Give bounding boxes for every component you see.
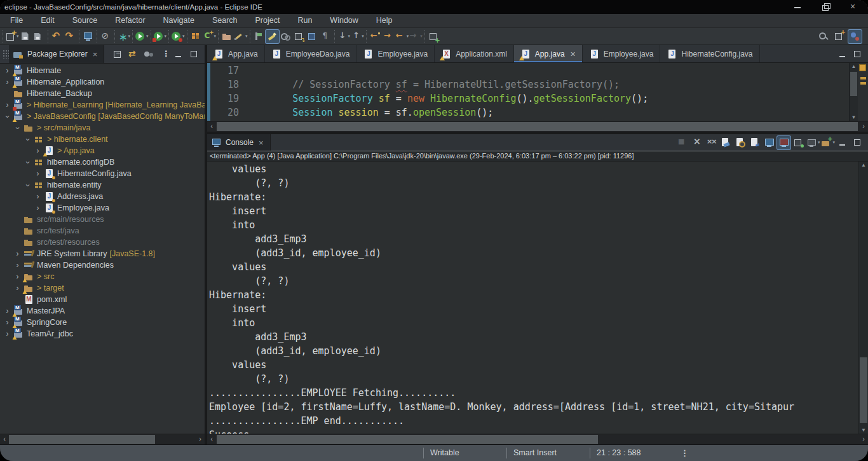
editor-tab-application-xml[interactable]: Application.xml bbox=[435, 45, 514, 62]
run-button[interactable]: ▾ bbox=[135, 30, 149, 43]
tree-item-hibernate-learning-hibernate-learning-javabased[interactable]: ›> Hibernate_Learning [Hibernate_Learnin… bbox=[0, 99, 205, 111]
package-explorer-tab[interactable]: Package Explorer × bbox=[9, 45, 104, 63]
dropdown-arrow-icon[interactable]: ▾ bbox=[146, 34, 149, 39]
menu-refactor[interactable]: Refactor bbox=[106, 14, 154, 27]
tree-item-src-test-resources[interactable]: src/test/resources bbox=[0, 237, 205, 248]
chevron-expanded-icon[interactable]: › bbox=[14, 125, 21, 132]
editor-hscrollbar[interactable]: ‹ › bbox=[207, 121, 868, 132]
chevron-collapsed-icon[interactable]: › bbox=[34, 170, 41, 177]
profile-button[interactable]: ▾ bbox=[171, 30, 185, 43]
chevron-collapsed-icon[interactable]: › bbox=[14, 273, 21, 280]
tree-item-src[interactable]: ›> src bbox=[0, 271, 205, 282]
scroll-left-icon[interactable]: ‹ bbox=[207, 121, 216, 132]
previous-annotation-button[interactable]: ▾ bbox=[350, 30, 364, 43]
tree-item-hibernateconfig-java[interactable]: ›HibernateConfig.java bbox=[0, 168, 205, 179]
scrollbar-thumb[interactable] bbox=[9, 435, 155, 444]
console-tab[interactable]: Console × bbox=[207, 134, 271, 151]
open-resource-button[interactable] bbox=[306, 30, 319, 43]
minimize-button[interactable] bbox=[836, 47, 850, 60]
remove-all-launches-button[interactable] bbox=[704, 136, 717, 149]
chevron-collapsed-icon[interactable]: › bbox=[4, 319, 11, 326]
chevron-collapsed-icon[interactable]: › bbox=[4, 308, 11, 315]
next-annotation-button[interactable]: ▾ bbox=[337, 30, 351, 43]
close-tab-icon[interactable]: × bbox=[571, 49, 576, 59]
overview-warning-icon[interactable] bbox=[859, 64, 866, 71]
editor-tab-employee-java[interactable]: Employee.java bbox=[583, 45, 661, 62]
search-button[interactable] bbox=[817, 30, 830, 43]
close-view-icon[interactable]: × bbox=[93, 50, 98, 59]
view-menu-button[interactable] bbox=[157, 48, 170, 61]
warning-marker[interactable] bbox=[860, 82, 866, 85]
tree-item-hibernate-entity[interactable]: ›hibernate.entity bbox=[0, 179, 205, 191]
undo-button[interactable] bbox=[50, 30, 64, 43]
open-task-button[interactable] bbox=[220, 30, 234, 43]
tree-item-employee-java[interactable]: ›Employee.java bbox=[0, 202, 205, 214]
display-selected-console-button[interactable]: ▾ bbox=[806, 136, 820, 149]
chevron-collapsed-icon[interactable]: › bbox=[4, 79, 11, 86]
console-output[interactable]: values (?, ?)Hibernate: insert into add3… bbox=[207, 162, 868, 434]
scroll-up-icon[interactable]: ▲ bbox=[859, 162, 868, 168]
mark-occurrences-button[interactable] bbox=[266, 30, 279, 43]
show-stdout-button[interactable] bbox=[763, 136, 776, 149]
window-maximize-button[interactable] bbox=[821, 3, 830, 11]
editor-tab-app-java[interactable]: App.java bbox=[207, 45, 265, 62]
save-all-button[interactable] bbox=[32, 30, 46, 43]
dropdown-arrow-icon[interactable]: ▾ bbox=[245, 34, 248, 39]
view-drag-handle[interactable] bbox=[3, 50, 9, 58]
package-explorer-hscrollbar[interactable]: ‹ › bbox=[0, 434, 205, 444]
chevron-collapsed-icon[interactable]: › bbox=[34, 148, 41, 155]
tree-item-hibernate-backup[interactable]: Hibernate_Backup bbox=[0, 88, 205, 99]
tree-item-src-main-resources[interactable]: src/main/resources bbox=[0, 214, 205, 225]
menu-source[interactable]: Source bbox=[64, 14, 107, 27]
dropdown-arrow-icon[interactable]: ▾ bbox=[818, 140, 820, 145]
warning-marker[interactable] bbox=[860, 77, 866, 79]
scroll-lock-button[interactable] bbox=[733, 136, 747, 149]
open-type-hierarchy-button[interactable] bbox=[292, 30, 306, 43]
dropdown-arrow-icon[interactable]: ▾ bbox=[128, 34, 131, 39]
tree-item-src-test-java[interactable]: src/test/java bbox=[0, 225, 205, 237]
chevron-collapsed-icon[interactable]: › bbox=[4, 67, 11, 74]
editor-tab-employeedao-java[interactable]: EmployeeDao.java bbox=[265, 45, 357, 62]
filters-button[interactable] bbox=[142, 48, 155, 61]
forward-button[interactable]: ▾ bbox=[409, 30, 423, 43]
save-button[interactable] bbox=[19, 30, 32, 43]
chevron-expanded-icon[interactable]: › bbox=[24, 136, 31, 143]
dropdown-arrow-icon[interactable]: ▾ bbox=[214, 34, 217, 39]
tree-item-teamar-jdbc[interactable]: ›TeamAr_jdbc bbox=[0, 328, 205, 340]
tree-item-maven-dependencies[interactable]: ›Maven Dependencies bbox=[0, 259, 205, 271]
debug-button[interactable]: ▾ bbox=[153, 30, 167, 43]
word-wrap-button[interactable] bbox=[748, 136, 761, 149]
menu-project[interactable]: Project bbox=[247, 14, 289, 27]
editor-vscrollbar[interactable]: ▲ ▼ bbox=[849, 63, 858, 121]
back-button[interactable]: ▾ bbox=[395, 30, 409, 43]
new-wizard-button[interactable]: ▾ bbox=[5, 30, 19, 43]
chevron-expanded-icon[interactable]: › bbox=[24, 182, 31, 189]
tree-item-target[interactable]: ›> target bbox=[0, 282, 205, 294]
tree-item-javabasedconfig-javabasedconfig-manytomany[interactable]: ›> JavaBasedConfig [JavaBasedConfig Many… bbox=[0, 111, 205, 122]
build-all-button[interactable] bbox=[279, 30, 292, 43]
menu-search[interactable]: Search bbox=[203, 14, 247, 27]
minimize-button[interactable] bbox=[172, 48, 186, 61]
scroll-right-icon[interactable]: › bbox=[859, 434, 868, 444]
editor-tab-hibernateconfig-java[interactable]: HibernateConfig.java bbox=[660, 45, 759, 62]
scroll-down-icon[interactable]: ▼ bbox=[850, 114, 858, 120]
chevron-collapsed-icon[interactable]: › bbox=[14, 285, 21, 292]
collapse-all-button[interactable] bbox=[111, 48, 125, 61]
console-hscrollbar[interactable]: ‹ › bbox=[207, 434, 868, 444]
scroll-up-icon[interactable]: ▲ bbox=[850, 64, 858, 69]
menu-help[interactable]: Help bbox=[367, 14, 402, 27]
external-tools-button[interactable]: ▾ bbox=[117, 30, 131, 43]
window-close-button[interactable] bbox=[849, 3, 858, 11]
code-editor[interactable]: 1718 // SessionFactory sf = HibernateUti… bbox=[207, 63, 868, 121]
scrollbar-thumb[interactable] bbox=[860, 357, 867, 423]
scroll-left-icon[interactable]: ‹ bbox=[0, 434, 9, 444]
chevron-collapsed-icon[interactable]: › bbox=[4, 331, 11, 338]
tree-item-jre-system-library[interactable]: ›JRE System Library [JavaSE-1.8] bbox=[0, 248, 205, 259]
tree-item-address-java[interactable]: ›Address.java bbox=[0, 191, 205, 202]
next-edit-location-button[interactable] bbox=[382, 30, 395, 43]
pin-editor-button[interactable] bbox=[427, 30, 440, 43]
scroll-right-icon[interactable]: › bbox=[196, 434, 205, 444]
skip-all-breakpoints-button[interactable] bbox=[99, 30, 112, 43]
new-java-class-button[interactable]: ▾ bbox=[203, 30, 217, 43]
open-console-button[interactable]: ▾ bbox=[821, 136, 835, 149]
